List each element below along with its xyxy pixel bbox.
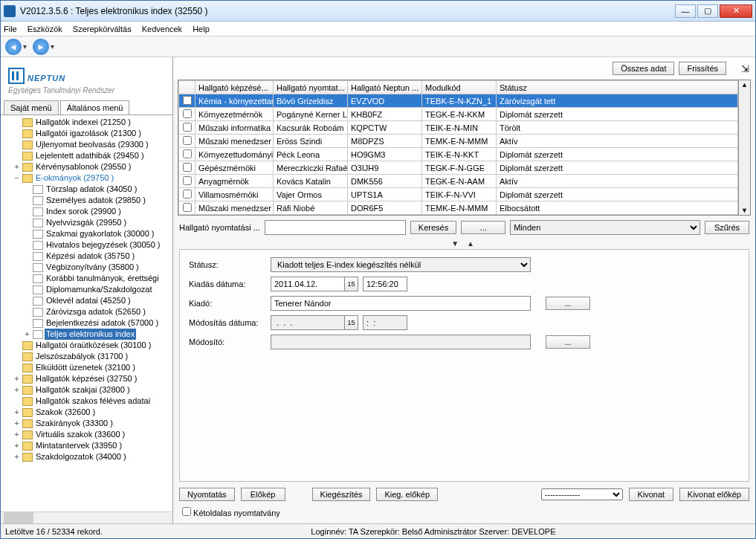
minimize-button[interactable]: — <box>675 4 696 18</box>
tree-item[interactable]: Végbizonyítvány (35800 ) <box>2 262 172 273</box>
grid-header[interactable] <box>179 81 196 94</box>
close-button[interactable]: ✕ <box>720 4 752 18</box>
tree-item[interactable]: Index sorok (29900 ) <box>2 206 172 217</box>
tree-item[interactable]: +Teljes elektronikus index <box>2 329 172 340</box>
tree-item[interactable]: Korábbi tanulmányok, érettségi <box>2 273 172 284</box>
supplement-preview-button[interactable]: Kieg. előkép <box>376 488 438 501</box>
search-input[interactable] <box>265 220 406 235</box>
row-checkbox[interactable] <box>183 190 192 199</box>
tree-item[interactable]: Elküldött üzenetek (32100 ) <box>2 362 172 373</box>
back-button[interactable]: ◄ <box>5 39 22 55</box>
tree-item[interactable]: Záróvizsga adatok (52650 ) <box>2 306 172 317</box>
tree-hscroll[interactable] <box>1 511 172 523</box>
search-button[interactable]: Keresés <box>410 221 456 234</box>
tree-item[interactable]: Lejelentett adathibák (29450 ) <box>2 150 172 161</box>
modby-input[interactable] <box>271 335 531 349</box>
tree-item[interactable]: Hallgatók indexei (21250 ) <box>2 117 172 128</box>
issuer-input[interactable] <box>271 296 531 311</box>
tree-item[interactable]: Hivatalos bejegyzések (30050 ) <box>2 239 172 251</box>
tree-item[interactable]: +Szakirányok (33300 ) <box>2 418 172 429</box>
tree-item[interactable]: Jelszószabályok (31700 ) <box>2 351 172 362</box>
grid-header[interactable]: Modulkód <box>422 81 497 94</box>
modby-browse-button[interactable]: ... <box>546 335 590 349</box>
nav-tree[interactable]: Hallgatók indexei (21250 )Hallgatói igaz… <box>1 114 172 511</box>
tree-item[interactable]: +Hallgatók szakjai (32800 ) <box>2 384 172 396</box>
pin-icon[interactable]: ⇲ <box>741 63 749 74</box>
tree-item[interactable]: −E-okmányok (29750 ) <box>2 172 172 184</box>
row-checkbox[interactable] <box>183 136 192 145</box>
menu-fav[interactable]: Kedvencek <box>142 25 182 33</box>
tree-item[interactable]: +Szakdolgozatok (34000 ) <box>2 451 172 462</box>
tree-item[interactable]: Személyes adatok (29850 ) <box>2 195 172 206</box>
tree-item[interactable]: Oklevél adatai (45250 ) <box>2 295 172 306</box>
search-more-button[interactable]: ... <box>461 221 505 234</box>
filter-button[interactable]: Szűrés <box>705 221 749 234</box>
tree-item[interactable]: +Virtuális szakok (33600 ) <box>2 429 172 440</box>
search-scope-select[interactable]: Minden <box>510 220 700 235</box>
forward-button[interactable]: ► <box>33 39 49 55</box>
row-checkbox[interactable] <box>183 176 192 185</box>
issue-time-input[interactable] <box>363 277 407 291</box>
tree-item[interactable]: Törzslap adatok (34050 ) <box>2 184 172 195</box>
all-data-button[interactable]: Összes adat <box>613 62 674 75</box>
status-select[interactable]: Kiadott teljes E-index kiegészítés nélkü… <box>271 257 531 272</box>
moddate-input[interactable] <box>271 315 345 330</box>
table-row[interactable]: VillamosmérnökiVajer OrmosUPTS1ATEIK-F-N… <box>179 188 738 201</box>
grid-header[interactable]: Hallgató képzésé... <box>196 81 274 94</box>
table-row[interactable]: GépészmérnökiMereczkiczki RafaélaO3IJH9T… <box>179 161 738 175</box>
tree-item[interactable]: +Hallgatók képzései (32750 ) <box>2 373 172 384</box>
tree-item[interactable]: +Mintatantervek (33950 ) <box>2 440 172 451</box>
tree-item[interactable]: Hallgatói óraütközések (30100 ) <box>2 340 172 351</box>
grid-header[interactable]: Hallgató Neptun ... <box>348 81 422 94</box>
tree-item[interactable]: Ujlenyomat beolvasás (29300 ) <box>2 139 172 150</box>
grid-header[interactable]: Státusz <box>497 81 738 94</box>
menu-tools[interactable]: Eszközök <box>28 25 62 33</box>
maximize-button[interactable]: ▢ <box>697 4 718 18</box>
tree-item[interactable]: Szakmai gyakorlatok (30000 ) <box>2 228 172 239</box>
tree-item[interactable]: Bejelentkezési adatok (57000 ) <box>2 317 172 329</box>
row-checkbox[interactable] <box>183 149 192 158</box>
grid-vscroll[interactable]: ▲▼ <box>739 80 751 216</box>
supplement-button[interactable]: Kiegészítés <box>312 488 371 501</box>
print-button[interactable]: Nyomtatás <box>179 488 235 501</box>
issuer-browse-button[interactable]: ... <box>546 297 590 310</box>
calendar-icon[interactable]: 15 <box>345 277 358 291</box>
row-checkbox[interactable] <box>183 123 192 132</box>
row-checkbox[interactable] <box>183 109 192 118</box>
tree-item[interactable]: Nyelvvizsgák (29950 ) <box>2 217 172 228</box>
splitter-icon[interactable]: ▼ ▲ <box>173 239 755 249</box>
duplex-checkbox[interactable]: Kétoldalas nyomtatvány <box>182 509 280 517</box>
forward-dropdown-icon[interactable]: ▾ <box>51 42 54 51</box>
tree-item[interactable]: Hallgatók szakos féléves adatai <box>2 396 172 407</box>
calendar-icon[interactable]: 15 <box>345 315 358 330</box>
table-row[interactable]: Kémia - környezettanBövö GrizeldiszEVZVO… <box>179 94 738 108</box>
tree-item[interactable]: Diplomamunka/Szakdolgozat <box>2 284 172 295</box>
extract-select[interactable]: ------------- <box>541 488 623 500</box>
table-row[interactable]: KörnyezetmérnökPogányné Kerner LorettaKH… <box>179 108 738 121</box>
data-grid[interactable]: Hallgató képzésé...Hallgató nyomtat...Ha… <box>178 80 739 216</box>
extract-button[interactable]: Kivonat <box>629 488 673 501</box>
table-row[interactable]: Műszaki menedzserEröss SzindiM8DPZSTEMK-… <box>179 135 738 148</box>
tab-general-menu[interactable]: Általános menü <box>60 100 130 114</box>
row-checkbox[interactable] <box>183 163 192 172</box>
menu-role[interactable]: Szerepkörváltás <box>73 25 132 33</box>
menu-file[interactable]: File <box>4 25 17 33</box>
grid-header[interactable]: Hallgató nyomtat... <box>274 81 348 94</box>
tree-item[interactable]: Hallgatói igazolások (21300 ) <box>2 128 172 139</box>
extract-preview-button[interactable]: Kivonat előkép <box>679 488 749 501</box>
tree-item[interactable]: +Kérvénysablonok (29550 ) <box>2 161 172 172</box>
table-row[interactable]: AnyagmérnökKovács KatalinDMK556TEGK-E-N-… <box>179 175 738 188</box>
table-row[interactable]: Műszaki informatikaKacsurák RoboámKQPCTW… <box>179 121 738 135</box>
tab-own-menu[interactable]: Saját menü <box>4 100 59 114</box>
row-checkbox[interactable] <box>183 96 192 105</box>
back-dropdown-icon[interactable]: ▾ <box>23 42 27 51</box>
menu-help[interactable]: Help <box>193 25 210 33</box>
modtime-input[interactable] <box>363 315 407 330</box>
refresh-button[interactable]: Frissítés <box>679 62 726 75</box>
tree-item[interactable]: +Szakok (32600 ) <box>2 407 172 418</box>
tree-item[interactable]: Képzési adatok (35750 ) <box>2 251 172 262</box>
preview-button[interactable]: Előkép <box>241 488 285 501</box>
issue-date-input[interactable] <box>271 277 345 291</box>
row-checkbox[interactable] <box>183 203 192 212</box>
table-row[interactable]: Műszaki menedzserRáfi NiobéDOR6F5TEMK-E-… <box>179 201 738 215</box>
